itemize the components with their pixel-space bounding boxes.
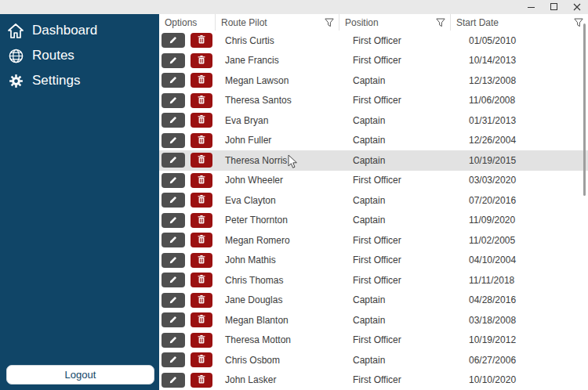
pencil-icon [169, 374, 178, 386]
edit-button[interactable] [162, 312, 185, 327]
close-button[interactable] [565, 0, 588, 14]
delete-button[interactable] [191, 193, 212, 208]
edit-button[interactable] [162, 193, 185, 208]
minimize-button[interactable] [520, 0, 543, 14]
pencil-icon [169, 314, 178, 326]
edit-button[interactable] [162, 352, 185, 367]
row-options-cell [159, 253, 216, 268]
column-header-position[interactable]: Position [339, 14, 451, 31]
delete-button[interactable] [191, 173, 212, 188]
edit-button[interactable] [162, 293, 185, 308]
edit-button[interactable] [162, 73, 185, 88]
row-position: Captain [339, 195, 451, 206]
table-row[interactable]: Theresa Santos First Officer 11/06/2008 [159, 91, 588, 111]
table-row[interactable]: John Fuller Captain 12/26/2004 [159, 131, 588, 151]
sidebar-item-settings[interactable]: Settings [0, 68, 159, 93]
column-header-options[interactable]: Options [159, 14, 216, 31]
table-row[interactable]: Megan Lawson Captain 12/13/2008 [159, 70, 588, 91]
pencil-icon [169, 215, 178, 226]
delete-button[interactable] [191, 53, 212, 68]
edit-button[interactable] [162, 373, 185, 388]
table-row[interactable]: John Lasker First Officer 10/10/2020 [159, 370, 588, 390]
delete-button[interactable] [191, 153, 212, 168]
delete-button[interactable] [191, 73, 212, 88]
table-row[interactable]: Megan Blanton Captain 03/18/2008 [159, 310, 588, 330]
sidebar-item-routes[interactable]: Routes [0, 43, 159, 68]
row-start-date: 04/28/2016 [451, 294, 588, 305]
vertical-scrollbar[interactable] [583, 23, 586, 196]
delete-button[interactable] [191, 352, 212, 367]
edit-button[interactable] [162, 153, 185, 168]
row-options-cell [159, 193, 216, 208]
pencil-icon [169, 334, 178, 346]
row-start-date: 03/03/2020 [451, 175, 588, 186]
row-start-date: 10/19/2012 [451, 334, 588, 345]
delete-button[interactable] [191, 133, 212, 148]
column-header-route-pilot[interactable]: Route Pilot [216, 14, 339, 31]
row-options-cell [159, 113, 216, 128]
table-row[interactable]: Chris Osbom Captain 06/27/2006 [159, 350, 588, 370]
table-row[interactable]: Jane Douglas Captain 04/28/2016 [159, 291, 588, 311]
column-header-label: Route Pilot [221, 17, 321, 28]
edit-button[interactable] [162, 53, 185, 68]
table-row[interactable]: Chris Thomas First Officer 11/11/2018 [159, 270, 588, 291]
edit-button[interactable] [162, 133, 185, 148]
trash-icon [198, 34, 205, 46]
column-header-label: Options [165, 17, 210, 28]
delete-button[interactable] [191, 253, 212, 268]
filter-icon[interactable] [325, 18, 334, 27]
edit-button[interactable] [162, 233, 185, 247]
table-row[interactable]: John Mathis First Officer 04/10/2004 [159, 251, 588, 271]
table-row[interactable]: John Wheeler First Officer 03/03/2020 [159, 171, 588, 191]
delete-button[interactable] [191, 213, 212, 228]
logout-button[interactable]: Logout [6, 365, 154, 385]
sidebar-item-label: Dashboard [32, 23, 97, 38]
sidebar-item-dashboard[interactable]: Dashboard [0, 18, 159, 43]
trash-icon [198, 234, 205, 246]
row-options-cell [159, 173, 216, 188]
pencil-icon [169, 34, 178, 46]
column-header-start-date[interactable]: Start Date [451, 14, 588, 31]
delete-button[interactable] [191, 312, 212, 327]
table-row[interactable]: Chris Curtis First Officer 01/05/2010 [159, 31, 588, 51]
row-position: Captain [339, 315, 451, 326]
table-row[interactable]: Theresa Motton First Officer 10/19/2012 [159, 330, 588, 351]
edit-button[interactable] [162, 333, 185, 348]
delete-button[interactable] [191, 373, 212, 388]
row-start-date: 07/20/2016 [451, 195, 588, 206]
row-position: Captain [339, 294, 451, 305]
table-row[interactable]: Eva Clayton Captain 07/20/2016 [159, 190, 588, 211]
delete-button[interactable] [191, 333, 212, 348]
edit-button[interactable] [162, 33, 185, 48]
row-pilot-name: Megan Lawson [216, 75, 339, 86]
edit-button[interactable] [162, 93, 185, 108]
filter-icon[interactable] [436, 18, 445, 27]
delete-button[interactable] [191, 93, 212, 108]
filter-icon[interactable] [574, 18, 583, 27]
table-row[interactable]: Eva Bryan Captain 01/31/2013 [159, 110, 588, 131]
edit-button[interactable] [162, 113, 185, 128]
row-pilot-name: Jane Douglas [216, 294, 339, 305]
pencil-icon [169, 114, 178, 126]
edit-button[interactable] [162, 273, 185, 287]
delete-button[interactable] [191, 273, 212, 287]
row-position: First Officer [339, 55, 451, 66]
edit-button[interactable] [162, 253, 185, 268]
edit-button[interactable] [162, 213, 185, 228]
maximize-button[interactable] [543, 0, 565, 14]
row-options-cell [159, 373, 216, 388]
table-row[interactable]: Megan Romero First Officer 11/02/2005 [159, 230, 588, 251]
table-row[interactable]: Jane Francis First Officer 10/14/2013 [159, 51, 588, 71]
edit-button[interactable] [162, 173, 185, 188]
delete-button[interactable] [191, 113, 212, 128]
delete-button[interactable] [191, 293, 212, 308]
pencil-icon [169, 154, 178, 166]
delete-button[interactable] [191, 33, 212, 48]
delete-button[interactable] [191, 233, 212, 247]
table-row[interactable]: Theresa Norris Captain 10/19/2015 [159, 150, 588, 171]
row-position: Captain [339, 155, 451, 166]
sidebar: Dashboard Routes [0, 14, 159, 390]
row-start-date: 10/10/2020 [451, 374, 588, 385]
row-options-cell [159, 53, 216, 68]
table-row[interactable]: Peter Thornton Captain 11/09/2020 [159, 211, 588, 231]
